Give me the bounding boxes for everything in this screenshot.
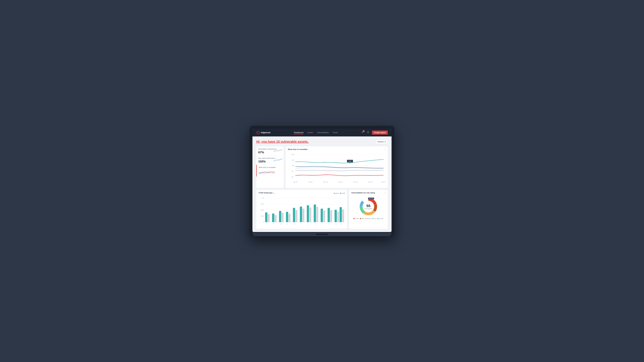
- mean-time-title: Mean time to remediate: [288, 148, 386, 150]
- svg-rect-38: [286, 212, 288, 222]
- metric-patch[interactable]: Avg. patch performance 100%: [256, 156, 284, 165]
- svg-text:S: S: [322, 223, 323, 225]
- logo: edgescan: [256, 131, 270, 134]
- legend-critical: Critical: [354, 218, 359, 219]
- mean-time-panel: Mean time to remediate ⋮ 150 125 100 75 …: [286, 146, 388, 188]
- cvss-header-left: CVSS landscape ▾: [258, 192, 274, 195]
- nav-dashboard[interactable]: Dashboard: [294, 131, 304, 134]
- svg-rect-37: [282, 213, 284, 222]
- svg-point-1: [368, 131, 368, 132]
- legend-medium-label: Medium: [367, 218, 371, 219]
- vulnerable-assets-text[interactable]: 10 vulnerable assets.: [276, 140, 308, 143]
- svg-text:J: J: [301, 223, 302, 225]
- page-title: Hi, you have 10 vulnerable assets.: [256, 140, 309, 143]
- legend-critical-dot: [354, 218, 354, 219]
- svg-rect-49: [323, 210, 325, 222]
- svg-rect-35: [275, 215, 276, 222]
- donut-total: 55: [364, 204, 372, 208]
- logo-icon: [256, 131, 260, 134]
- vuln-menu-icon[interactable]: ⋮: [384, 191, 386, 194]
- svg-text:Jan 21: Jan 21: [381, 181, 386, 183]
- svg-text:F: F: [273, 223, 274, 225]
- tooltip-value: 5(16.4%): [369, 198, 373, 199]
- cvss-title: CVSS landscape: [258, 192, 272, 194]
- svg-rect-41: [296, 210, 298, 222]
- svg-rect-46: [314, 205, 316, 222]
- legend-low: Low: [372, 218, 376, 219]
- donut-label: 55 Vulnerabilities: [364, 204, 372, 209]
- svg-rect-40: [293, 208, 295, 222]
- svg-text:Jan 20: Jan 20: [353, 181, 358, 183]
- greeting-text: Hi, you have: [256, 140, 276, 143]
- legend-low-label: Low: [374, 218, 376, 219]
- legend-medium-dot: [365, 218, 366, 219]
- laptop-base: [252, 233, 392, 236]
- legend-high: High: [360, 218, 364, 219]
- user-profile-button[interactable]: [366, 131, 370, 134]
- actions-button[interactable]: Actions ▾: [375, 140, 388, 144]
- svg-rect-52: [334, 210, 337, 222]
- metric-mean-time-label: Mean time to remediate: [259, 166, 282, 168]
- svg-text:M: M: [294, 223, 295, 225]
- svg-rect-36: [279, 211, 281, 222]
- svg-rect-53: [337, 212, 339, 222]
- notification-badge: 2: [363, 130, 365, 132]
- svg-text:75: 75: [292, 171, 293, 172]
- notifications-button[interactable]: 2: [361, 131, 364, 134]
- legend-high-dot: [360, 218, 361, 219]
- metric-patch-sparkline: [274, 157, 282, 163]
- cvss-chevron-icon[interactable]: ▾: [274, 192, 274, 194]
- navbar: edgescan Dashboard Assets Vulnerabilitie…: [252, 129, 392, 136]
- cvss-menu-icon[interactable]: ⋮: [343, 191, 346, 194]
- legend-2019-dot: [340, 193, 341, 194]
- svg-text:D: D: [341, 223, 342, 225]
- metric-mean-time-sparkline: [259, 169, 282, 175]
- page-header: Hi, you have 10 vulnerable assets. Actio…: [256, 140, 388, 144]
- svg-point-0: [257, 131, 260, 134]
- metric-remediation[interactable]: Remediation performance 67%: [256, 146, 284, 156]
- top-row: Remediation performance 67% Avg. patch p…: [256, 146, 388, 188]
- create-report-button[interactable]: Create report: [372, 131, 388, 134]
- metrics-panel: Remediation performance 67% Avg. patch p…: [256, 146, 284, 188]
- cvss-chart-svg: 1M 750K 500K 250K 0: [258, 196, 345, 226]
- svg-rect-33: [268, 214, 270, 222]
- metric-mean-time[interactable]: Mean time to remediate: [256, 165, 284, 176]
- donut-container: 5(16.4%) 55 Vulnerabilities Critical: [351, 196, 386, 219]
- svg-text:N: N: [336, 223, 336, 225]
- svg-rect-47: [316, 207, 318, 222]
- nav-hosts[interactable]: Hosts: [333, 131, 338, 134]
- legend-minimal-label: Minimal: [379, 218, 383, 219]
- mean-time-menu-icon[interactable]: ⋮: [384, 148, 386, 151]
- legend-2018: 2018: [334, 193, 338, 194]
- vulnerabilities-panel: Vulnerabilities by risk rating ⋮: [349, 190, 388, 229]
- actions-label: Actions: [378, 141, 384, 143]
- svg-text:750K: 750K: [261, 203, 264, 205]
- legend-medium: Medium: [365, 218, 371, 219]
- donut-tooltip: 5(16.4%): [368, 198, 374, 199]
- legend-2018-label: 2018: [335, 193, 338, 194]
- svg-text:M: M: [280, 223, 281, 225]
- screen: edgescan Dashboard Assets Vulnerabilitie…: [252, 129, 392, 232]
- svg-rect-42: [300, 207, 302, 222]
- svg-text:250K: 250K: [261, 215, 264, 217]
- logo-text: edgescan: [261, 131, 270, 134]
- svg-rect-44: [307, 205, 309, 222]
- svg-rect-34: [272, 214, 274, 222]
- nav-assets[interactable]: Assets: [307, 131, 313, 134]
- svg-rect-45: [310, 208, 311, 222]
- legend-critical-label: Critical: [355, 218, 359, 219]
- svg-rect-48: [321, 209, 323, 222]
- bottom-row: CVSS landscape ▾ 2018 2019: [256, 190, 388, 229]
- svg-text:Jul 18: Jul 18: [308, 181, 312, 183]
- donut-legend: Critical High Medium: [354, 218, 383, 219]
- svg-text:100: 100: [292, 165, 294, 167]
- metric-remediation-sparkline: [274, 148, 282, 153]
- svg-rect-50: [328, 208, 330, 222]
- svg-rect-54: [340, 207, 342, 222]
- mean-time-chart-svg: 150 125 100 75 50: [288, 152, 386, 185]
- svg-text:Jun 20: Jun 20: [368, 181, 373, 183]
- nav-vulnerabilities[interactable]: Vulnerabilities: [317, 131, 329, 134]
- svg-text:J: J: [266, 223, 267, 225]
- svg-text:O: O: [328, 223, 330, 225]
- svg-text:A: A: [287, 223, 288, 225]
